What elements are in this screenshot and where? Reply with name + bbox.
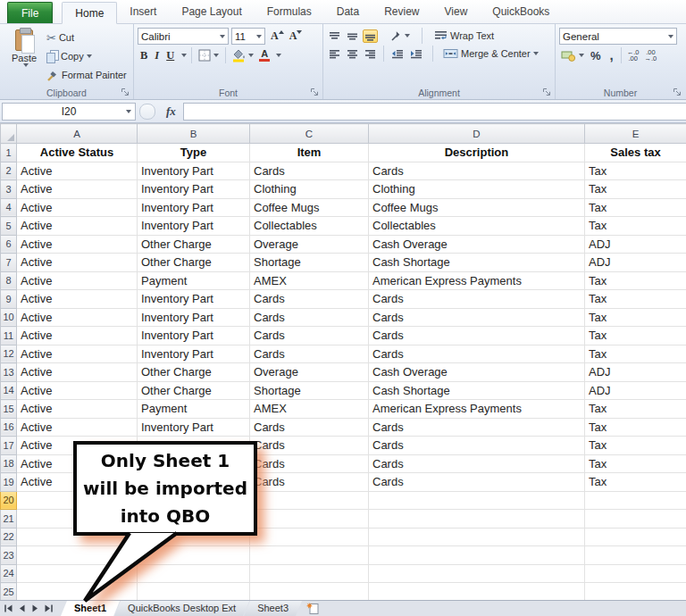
paste-button[interactable]: Paste: [4, 28, 45, 86]
row-header-10[interactable]: 10: [1, 308, 17, 327]
cell-D22[interactable]: [369, 528, 585, 546]
clipboard-dialog-launcher-icon[interactable]: [121, 87, 130, 97]
cell-D3[interactable]: Clothing: [369, 180, 585, 199]
cell-E18[interactable]: Tax: [585, 454, 686, 473]
cell-D5[interactable]: Collectables: [369, 217, 585, 236]
cell-A6[interactable]: Active: [17, 235, 138, 254]
cell-E11[interactable]: Tax: [585, 327, 686, 345]
align-center-button[interactable]: [345, 47, 360, 61]
sheet-tab-sheet3[interactable]: Sheet3: [244, 601, 302, 616]
cell-A20[interactable]: [17, 491, 138, 510]
cell-A25[interactable]: [17, 583, 138, 602]
ribbon-tab-review[interactable]: Review: [372, 1, 431, 23]
align-bottom-button[interactable]: [363, 29, 378, 43]
ribbon-tab-data[interactable]: Data: [324, 1, 372, 23]
cell-B15[interactable]: Payment: [138, 400, 250, 419]
row-header-18[interactable]: 18: [1, 454, 17, 473]
cell-B20[interactable]: [138, 491, 250, 510]
cell-B5[interactable]: Inventory Part: [138, 217, 250, 236]
cell-E19[interactable]: Tax: [585, 473, 686, 492]
cell-A1[interactable]: Active Status: [17, 144, 138, 162]
cell-E25[interactable]: [585, 583, 686, 602]
cell-A21[interactable]: [17, 510, 138, 529]
formula-input[interactable]: [183, 103, 686, 121]
cell-D4[interactable]: Coffee Mugs: [369, 198, 585, 217]
cell-B3[interactable]: Inventory Part: [138, 180, 250, 199]
cell-C11[interactable]: Cards: [250, 327, 369, 345]
cell-D13[interactable]: Cash Overage: [369, 363, 585, 382]
cell-C3[interactable]: Clothing: [250, 180, 369, 199]
cell-A2[interactable]: Active: [17, 162, 138, 180]
cell-A8[interactable]: Active: [17, 271, 138, 290]
ribbon-tab-view[interactable]: View: [432, 1, 481, 23]
cell-A23[interactable]: [17, 546, 138, 565]
cell-A22[interactable]: [17, 528, 138, 546]
cell-D16[interactable]: Cards: [369, 418, 585, 437]
wrap-text-button[interactable]: Wrap Text: [432, 29, 496, 42]
borders-button[interactable]: [197, 48, 221, 62]
grow-font-button[interactable]: A: [268, 29, 284, 43]
cell-B9[interactable]: Inventory Part: [138, 290, 250, 309]
cell-C22[interactable]: [250, 528, 369, 546]
row-header-13[interactable]: 13: [1, 363, 17, 382]
cell-A11[interactable]: Active: [17, 327, 138, 345]
cell-B2[interactable]: Inventory Part: [138, 162, 250, 180]
cell-B4[interactable]: Inventory Part: [138, 198, 250, 217]
row-header-12[interactable]: 12: [1, 345, 17, 363]
cell-E6[interactable]: ADJ: [585, 235, 686, 254]
align-middle-button[interactable]: [345, 29, 360, 43]
font-name-combobox[interactable]: Calibri: [138, 28, 229, 45]
cell-B19[interactable]: [138, 473, 250, 492]
cell-B22[interactable]: [138, 528, 250, 546]
row-header-9[interactable]: 9: [1, 290, 17, 309]
percent-style-button[interactable]: %: [586, 49, 606, 62]
row-header-20[interactable]: 20: [1, 491, 17, 510]
cell-D18[interactable]: Cards: [369, 454, 585, 473]
ribbon-tab-quickbooks[interactable]: QuickBooks: [480, 1, 562, 23]
bold-button[interactable]: B: [138, 49, 150, 62]
column-header-D[interactable]: D: [369, 124, 585, 144]
cell-D10[interactable]: Cards: [369, 308, 585, 327]
insert-worksheet-button[interactable]: [300, 601, 326, 616]
cell-C5[interactable]: Collectables: [250, 217, 369, 236]
cell-A15[interactable]: Active: [17, 400, 138, 419]
cell-D11[interactable]: Cards: [369, 327, 585, 345]
cell-C6[interactable]: Overage: [250, 235, 369, 254]
row-header-16[interactable]: 16: [1, 418, 17, 437]
cell-B24[interactable]: [138, 564, 250, 583]
row-header-17[interactable]: 17: [1, 437, 17, 455]
cell-A14[interactable]: Active: [17, 381, 138, 400]
row-header-3[interactable]: 3: [1, 180, 17, 199]
cell-E5[interactable]: Tax: [585, 217, 686, 236]
cell-D14[interactable]: Cash Shortage: [369, 381, 585, 400]
cell-C20[interactable]: [250, 491, 369, 510]
cell-E21[interactable]: [585, 510, 686, 529]
cell-C18[interactable]: Cards: [250, 454, 369, 473]
underline-button[interactable]: U: [163, 49, 177, 62]
cell-C12[interactable]: Cards: [250, 345, 369, 363]
cell-C21[interactable]: [250, 510, 369, 529]
cell-B25[interactable]: [138, 583, 250, 602]
cell-B21[interactable]: [138, 510, 250, 529]
cell-D23[interactable]: [369, 546, 585, 565]
cell-D17[interactable]: Cards: [369, 437, 585, 455]
select-all-corner[interactable]: [1, 124, 17, 144]
font-dialog-launcher-icon[interactable]: [310, 87, 320, 97]
cell-A7[interactable]: Active: [17, 254, 138, 272]
row-header-2[interactable]: 2: [1, 162, 17, 180]
align-right-button[interactable]: [363, 47, 378, 61]
column-header-E[interactable]: E: [585, 124, 686, 144]
cell-B18[interactable]: [138, 454, 250, 473]
cell-D12[interactable]: Cards: [369, 345, 585, 363]
column-header-A[interactable]: A: [17, 124, 138, 144]
cell-B13[interactable]: Other Charge: [138, 363, 250, 382]
row-header-25[interactable]: 25: [1, 583, 17, 602]
cell-B1[interactable]: Type: [138, 144, 250, 162]
cell-C19[interactable]: Cards: [250, 473, 369, 492]
row-header-21[interactable]: 21: [1, 510, 17, 529]
align-left-button[interactable]: [327, 47, 342, 61]
cell-A12[interactable]: Active: [17, 345, 138, 363]
cell-B6[interactable]: Other Charge: [138, 235, 250, 254]
fill-color-button[interactable]: [230, 48, 255, 63]
cell-A18[interactable]: Active: [17, 454, 138, 473]
